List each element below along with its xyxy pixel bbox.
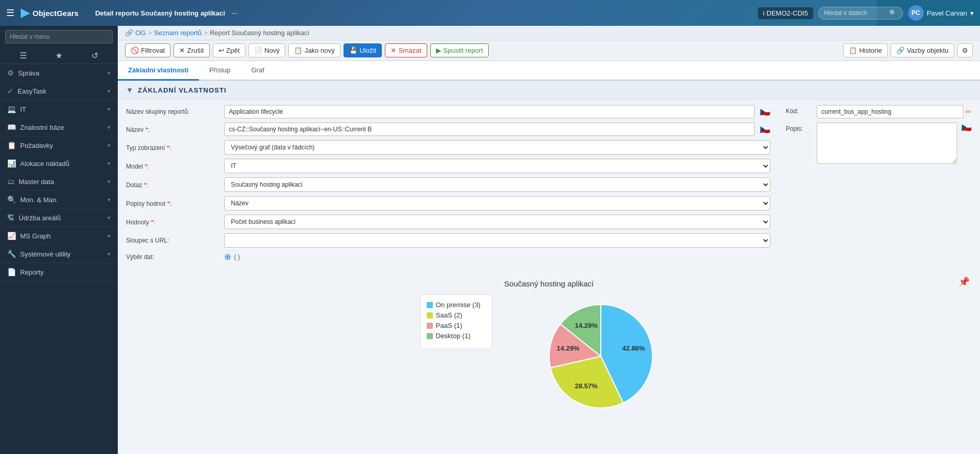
legend-color-desktop (427, 333, 433, 339)
sprava-icon: ⚙ (7, 69, 14, 77)
select-popisy[interactable]: Název (224, 196, 770, 210)
toolbar: 🚫 Filtrovat ✕ Zrušit ↩ Zpět 📄 Nový 📋 Jak… (118, 40, 980, 61)
monman-icon: 🔍 (7, 195, 16, 204)
user-arrow-icon[interactable]: ▾ (970, 9, 974, 17)
select-dotaz[interactable]: Současný hosting aplikací (224, 177, 770, 192)
msgraph-icon: 📈 (7, 232, 16, 240)
sidebar-label-reporty: Reporty (20, 268, 44, 276)
sidebar-item-pozadavky[interactable]: 📋 Požadavky ▾ (0, 137, 118, 155)
sidebar-item-easytask[interactable]: ✓ EasyTask ▾ (0, 82, 118, 100)
sidebar: ☰ ★ ↺ ⚙ Správa ▾ ✓ EasyTask ▾ 💻 IT ▾ (0, 26, 118, 454)
sidebar-label-it: IT (20, 105, 26, 113)
sidebar-search-area (0, 26, 118, 48)
master-icon: 🗂 (7, 177, 14, 186)
sidebar-item-systemy[interactable]: 🔧 Systémové utility ▾ (0, 245, 118, 263)
new-button[interactable]: 📄 Nový (248, 43, 286, 57)
run-button[interactable]: ▶ Spustit report (430, 43, 489, 57)
legend-item-1: SaaS (2) (427, 311, 486, 319)
label-vyber: Výběr dat: (126, 253, 224, 261)
sidebar-item-monman[interactable]: 🔍 Mon. & Man. ▾ (0, 191, 118, 209)
label-popisy: Popisy hodnot *: (126, 200, 224, 207)
breadcrumb-reports[interactable]: Seznam reportů (154, 29, 202, 37)
tab-zakladni[interactable]: Základní vlastnosti (118, 61, 199, 81)
sidebar-label-alokace: Alokace nákladů (20, 160, 69, 168)
flag-skupina[interactable]: 🇨🇿 (760, 107, 770, 117)
flag-nazev[interactable]: 🇨🇿 (760, 125, 770, 134)
input-nazev[interactable] (224, 123, 755, 136)
edit-kod-icon[interactable]: ✏ (966, 108, 972, 116)
sidebar-item-alokace[interactable]: 📊 Alokace nákladů ▾ (0, 155, 118, 173)
asnew-button[interactable]: 📋 Jako nový (288, 43, 340, 57)
label-popis: Popis: (786, 123, 817, 132)
pie-chart: 42.86%28.57%14.29%14.29% (503, 294, 678, 418)
history-button[interactable]: 📋 Historie (843, 43, 888, 57)
settings-icon: ⚙ (962, 47, 968, 54)
tab-pristup[interactable]: Přístup (199, 61, 241, 81)
section-title: ZÁKLADNÍ VLASTNOSTI (138, 86, 226, 94)
pin-icon[interactable]: 📌 (958, 276, 970, 287)
search-box[interactable]: 🔍 (818, 7, 903, 20)
save-icon: 💾 (349, 47, 357, 54)
sidebar-label-easytask: EasyTask (18, 87, 46, 95)
chart-legend: On premise (3) SaaS (2) PaaS (1) De (420, 294, 492, 349)
input-skupina[interactable] (224, 105, 755, 118)
reporty-icon: 📄 (7, 268, 16, 276)
field-model: Model *: IT (126, 159, 770, 173)
filter-icon: 🚫 (131, 47, 139, 54)
vyber-text: ( ) (234, 253, 240, 261)
back-button[interactable]: ↩ Zpět (213, 43, 245, 57)
legend-label-saas: SaaS (2) (436, 311, 462, 319)
select-typ[interactable]: Výsečový graf (data v řádcích) (224, 140, 770, 155)
breadcrumb-og[interactable]: OG (135, 29, 146, 37)
tabs-bar: Základní vlastnosti Přístup Graf (118, 61, 980, 81)
delete-button[interactable]: ✕ Smazat (385, 43, 427, 57)
sidebar-item-it[interactable]: 💻 IT ▾ (0, 100, 118, 118)
cancel-button[interactable]: ✕ Zrušit (174, 43, 210, 57)
sidebar-item-znalostni[interactable]: 📖 Znalostní báze ▾ (0, 118, 118, 137)
toolbar-right: 📋 Historie 🔗 Vazby objektu ⚙ (843, 43, 973, 57)
vyber-add-button[interactable]: ⊕ (224, 252, 231, 262)
hamburger-button[interactable]: ☰ (6, 7, 14, 19)
svg-text:42.86%: 42.86% (622, 344, 645, 352)
asnew-icon: 📋 (294, 47, 302, 54)
relations-button[interactable]: 🔗 Vazby objektu (891, 43, 954, 57)
pozadavky-icon: 📋 (7, 141, 16, 149)
sidebar-search-input[interactable] (5, 30, 113, 43)
select-model[interactable]: IT (224, 159, 770, 173)
page-title: Detail reportu Současný hosting aplikací… (95, 8, 752, 18)
legend-color-paas (427, 323, 433, 329)
sidebar-item-reporty[interactable]: 📄 Reporty (0, 263, 118, 281)
label-model: Model *: (126, 162, 224, 170)
legend-label-desktop: Desktop (1) (436, 332, 471, 340)
tab-graf[interactable]: Graf (241, 61, 274, 81)
sidebar-item-msgraph[interactable]: 📈 MS Graph ▾ (0, 227, 118, 245)
select-hodnoty[interactable]: Počet business aplikací (224, 215, 770, 229)
logo-text: ObjectGears (33, 9, 79, 18)
sidebar-label-znalostni: Znalostní báze (20, 124, 64, 131)
legend-color-saas (427, 312, 433, 319)
sidebar-menu-icon[interactable]: ☰ (20, 51, 27, 60)
sidebar-item-master[interactable]: 🗂 Master data ▾ (0, 173, 118, 191)
legend-label-onpremise: On premise (3) (436, 301, 481, 309)
section-collapse-icon[interactable]: ▼ (126, 86, 134, 94)
sidebar-item-udrzba[interactable]: 🏗 Údržba areálů ▾ (0, 209, 118, 227)
save-button[interactable]: 💾 Uložit (344, 43, 382, 57)
search-input[interactable] (824, 9, 886, 17)
user-name: Pavel Carvan (927, 9, 967, 17)
sidebar-label-monman: Mon. & Man. (20, 196, 58, 204)
info-badge: i DEMO2-CDI5 (758, 7, 813, 19)
form-left: Název skupiny reportů: 🇨🇿 Název *: 🇨🇿 (126, 105, 770, 266)
form-area: ▼ ZÁKLADNÍ VLASTNOSTI Název skupiny repo… (118, 81, 980, 454)
textarea-popis[interactable] (817, 123, 957, 164)
sidebar-star-icon[interactable]: ★ (55, 51, 63, 60)
field-typ: Typ zobrazení *: Výsečový graf (data v ř… (126, 140, 770, 155)
input-kod[interactable] (817, 105, 963, 118)
flag-popis[interactable]: 🇨🇿 (961, 123, 972, 132)
sidebar-item-sprava[interactable]: ⚙ Správa ▾ (0, 64, 118, 82)
sidebar-history-icon[interactable]: ↺ (91, 51, 98, 60)
filter-button[interactable]: 🚫 Filtrovat (125, 43, 170, 57)
label-hodnoty: Hodnoty *: (126, 218, 224, 226)
settings-button[interactable]: ⚙ (957, 43, 973, 57)
sidebar-label-udrzba: Údržba areálů (19, 214, 61, 222)
select-sloupec[interactable] (224, 233, 770, 248)
